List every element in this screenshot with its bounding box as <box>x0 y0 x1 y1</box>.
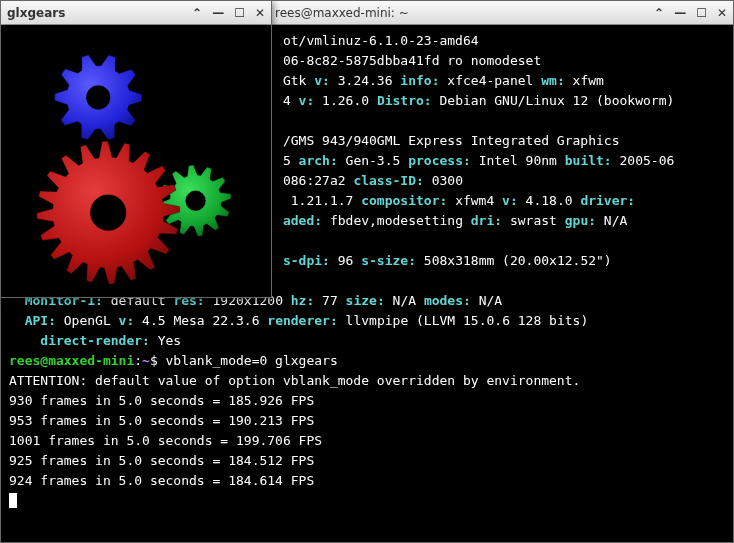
maximize-button[interactable]: ☐ <box>696 6 707 20</box>
terminal-cursor <box>9 493 17 508</box>
minimize-button[interactable]: — <box>212 6 224 20</box>
terminal-line: 1001 frames in 5.0 seconds = 199.706 FPS <box>9 431 725 451</box>
gear-blue-icon <box>55 55 142 140</box>
close-button[interactable]: ✕ <box>717 6 727 20</box>
terminal-line: ATTENTION: default value of option vblan… <box>9 371 725 391</box>
terminal-line: 925 frames in 5.0 seconds = 184.512 FPS <box>9 451 725 471</box>
rollup-button[interactable]: ⌃ <box>654 6 664 20</box>
terminal-line: 924 frames in 5.0 seconds = 184.614 FPS <box>9 471 725 491</box>
terminal-line: rees@maxxed-mini:~$ vblank_mode=0 glxgea… <box>9 351 725 371</box>
close-button[interactable]: ✕ <box>255 6 265 20</box>
rollup-button[interactable]: ⌃ <box>192 6 202 20</box>
glxgears-canvas <box>1 25 271 297</box>
terminal-window-controls: ⌃ — ☐ ✕ <box>654 6 727 20</box>
gear-red-icon <box>37 141 180 284</box>
minimize-button[interactable]: — <box>674 6 686 20</box>
maximize-button[interactable]: ☐ <box>234 6 245 20</box>
terminal-line: API: OpenGL v: 4.5 Mesa 22.3.6 renderer:… <box>9 311 725 331</box>
terminal-line: 953 frames in 5.0 seconds = 190.213 FPS <box>9 411 725 431</box>
glxgears-title: glxgears <box>7 6 192 20</box>
terminal-line: direct-render: Yes <box>9 331 725 351</box>
terminal-line: 930 frames in 5.0 seconds = 185.926 FPS <box>9 391 725 411</box>
glxgears-window: glxgears ⌃ — ☐ ✕ <box>0 0 272 298</box>
glxgears-titlebar[interactable]: glxgears ⌃ — ☐ ✕ <box>1 1 271 25</box>
glxgears-window-controls: ⌃ — ☐ ✕ <box>192 6 265 20</box>
terminal-cursor-line <box>9 491 725 511</box>
